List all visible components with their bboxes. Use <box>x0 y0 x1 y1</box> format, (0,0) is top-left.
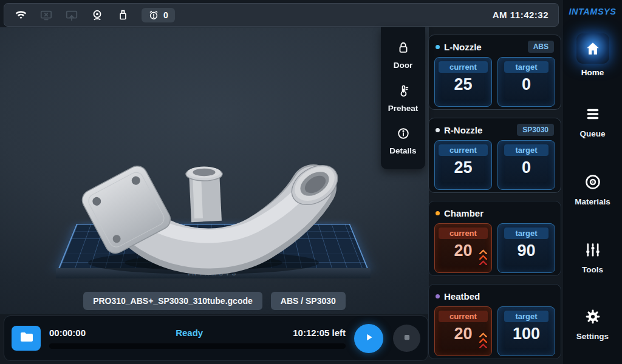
target-label: target <box>504 61 548 73</box>
alarm-icon <box>148 10 159 21</box>
nav-label: Settings <box>576 332 609 341</box>
wifi-icon[interactable] <box>14 8 27 22</box>
target-temp-value: 0 <box>498 158 555 177</box>
elapsed-time: 00:00:00 <box>49 328 86 338</box>
printer-status: Ready <box>176 328 203 338</box>
temp-card-name: L-Nozzle <box>444 42 482 52</box>
progress-bar <box>49 343 346 349</box>
target-temp-value: 100 <box>498 325 555 343</box>
progress-area: 00:00:00 Ready 10:12:05 left <box>49 328 346 349</box>
brand-logo: INTAMSYS <box>563 7 622 16</box>
home-icon <box>576 33 609 64</box>
target-temp-value: 0 <box>498 75 555 94</box>
material-badge: ABS <box>528 41 554 53</box>
door-label: Door <box>394 61 413 70</box>
status-dot <box>436 211 440 215</box>
status-bar: 0 AM 11:42:32 <box>4 3 559 27</box>
file-info-row: PRO310_ABS+_SP3030_310tube.gcode ABS / S… <box>0 292 429 310</box>
current-temp-box: current 20 <box>434 223 492 273</box>
current-temp-box: current 25 <box>434 140 492 190</box>
material-badge: SP3030 <box>517 124 554 136</box>
screen-share-icon[interactable] <box>65 8 78 22</box>
nav-item-tools[interactable]: Tools <box>563 241 622 274</box>
current-label: current <box>439 144 488 156</box>
info-icon <box>397 127 410 143</box>
alert-pill[interactable]: 0 <box>142 8 175 22</box>
nav-item-queue[interactable]: Queue <box>563 106 622 138</box>
current-label: current <box>439 228 488 239</box>
alert-count: 0 <box>163 10 168 20</box>
monitor-off-icon[interactable] <box>39 8 53 22</box>
heating-up-icon <box>479 249 487 265</box>
remaining-time: 10:12:05 left <box>293 328 346 338</box>
nav-label: Materials <box>575 197 610 206</box>
usb-drive-icon[interactable] <box>116 8 129 22</box>
stop-icon <box>402 332 412 345</box>
status-dot <box>436 45 440 49</box>
start-print-button[interactable] <box>354 324 383 353</box>
target-temp-value: 90 <box>498 241 555 260</box>
nav-label: Tools <box>582 265 603 274</box>
preheat-button[interactable]: Preheat <box>388 84 419 113</box>
play-icon <box>362 331 375 346</box>
temp-card-name: R-Nozzle <box>444 125 482 135</box>
clock-time: AM 11:42:32 <box>493 10 549 20</box>
target-temp-box[interactable]: target 100 <box>497 306 555 356</box>
thermometer-icon <box>397 84 410 100</box>
current-temp-box: current 20 <box>434 306 492 356</box>
material-chip: ABS / SP3030 <box>271 292 346 310</box>
target-temp-box[interactable]: target 0 <box>497 140 555 190</box>
target-temp-box[interactable]: target 90 <box>497 223 555 273</box>
current-label: current <box>439 61 488 73</box>
camera-icon[interactable] <box>91 8 104 22</box>
spool-icon <box>584 174 602 193</box>
sliders-icon <box>584 241 602 261</box>
details-button[interactable]: Details <box>389 127 416 155</box>
heating-up-icon <box>479 332 487 348</box>
nav-label: Queue <box>579 129 605 138</box>
temp-card-name: Heatbed <box>444 291 480 302</box>
current-temp-value: 25 <box>435 75 491 94</box>
preheat-label: Preheat <box>388 104 419 113</box>
nav-item-home[interactable]: Home <box>563 33 622 77</box>
temp-card-heatbed[interactable]: Heatbed current 20 target 100 <box>428 284 561 359</box>
temp-card-l-nozzle[interactable]: L-Nozzle ABS current 25 target 0 <box>428 35 561 110</box>
nav-item-settings[interactable]: Settings <box>563 308 622 341</box>
target-temp-box[interactable]: target 0 <box>497 57 555 107</box>
open-file-button[interactable] <box>12 326 41 351</box>
nav-sidebar: INTAMSYS Home Queue Materials Tools <box>563 0 622 364</box>
temp-card-name: Chamber <box>444 208 484 218</box>
temp-card-r-nozzle[interactable]: R-Nozzle SP3030 current 25 target 0 <box>428 118 561 193</box>
current-label: current <box>439 311 488 322</box>
nav-label: Home <box>581 68 604 77</box>
queue-icon <box>584 106 602 125</box>
temp-card-chamber[interactable]: Chamber current 20 target 90 <box>428 201 561 276</box>
folder-icon <box>19 330 33 347</box>
details-label: Details <box>389 146 416 155</box>
target-label: target <box>504 228 548 239</box>
door-button[interactable]: Door <box>394 41 413 70</box>
status-dot <box>436 128 440 132</box>
gear-icon <box>584 308 601 328</box>
quick-actions-panel: Door Preheat Details <box>381 27 425 169</box>
target-label: target <box>504 311 548 322</box>
gcode-filename-chip: PRO310_ABS+_SP3030_310tube.gcode <box>83 292 262 310</box>
lock-icon <box>397 41 410 57</box>
target-label: target <box>504 144 548 156</box>
current-temp-box: current 25 <box>434 57 492 107</box>
model-viewport[interactable]: INTAMSYS <box>0 27 429 314</box>
nav-item-materials[interactable]: Materials <box>563 174 622 206</box>
status-dot <box>436 294 440 298</box>
temperature-panel: L-Nozzle ABS current 25 target 0 R-Nozzl… <box>428 35 562 364</box>
current-temp-value: 25 <box>435 158 491 177</box>
printed-part-3d-model <box>58 118 343 276</box>
stop-print-button[interactable] <box>393 325 420 352</box>
print-control-bar: 00:00:00 Ready 10:12:05 left <box>4 315 428 361</box>
